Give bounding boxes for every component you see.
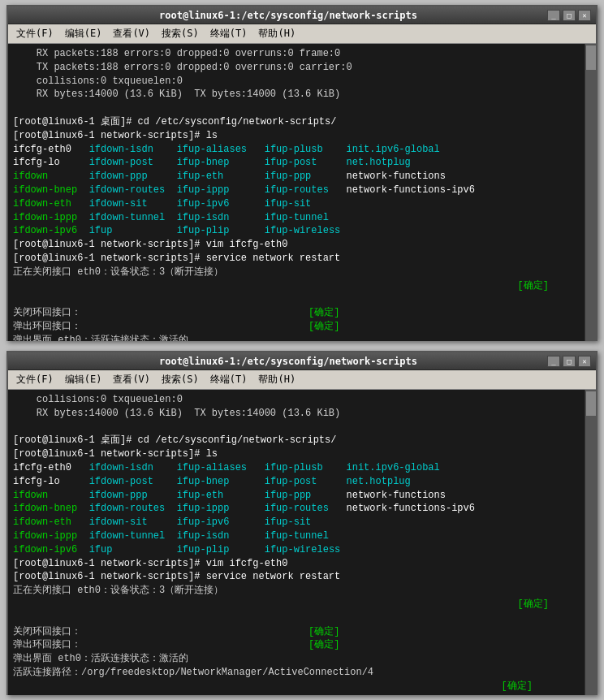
menu-view-1[interactable]: 查看(V) — [108, 26, 155, 41]
terminal-line: 弹出界面 eth0：活跃连接状态：激活的 — [13, 652, 581, 666]
terminal-line: collisions:0 txqueuelen:0 — [13, 75, 581, 89]
terminal-line: 弹出环回接口：[确定] — [13, 320, 581, 334]
menu-help-2[interactable]: 帮助(H) — [253, 372, 300, 387]
minimize-btn-2[interactable]: _ — [547, 356, 560, 367]
terminal-body-2[interactable]: collisions:0 txqueuelen:0 RX bytes:14000… — [8, 390, 596, 695]
terminal-line: ifdown-bnep ifdown-routes ifup-ippp ifup… — [13, 184, 581, 197]
menu-edit-2[interactable]: 编辑(E) — [60, 372, 107, 387]
terminal-line: ifdown-ipv6 ifup ifup-plip ifup-wireless — [13, 543, 581, 557]
terminal-window-2[interactable]: root@linux6-1:/etc/sysconfig/network-scr… — [6, 351, 598, 695]
close-btn-2[interactable]: ✕ — [578, 356, 591, 367]
terminal-line: ifdown-ippp ifdown-tunnel ifup-isdn ifup… — [13, 211, 581, 225]
maximize-btn-2[interactable]: □ — [563, 356, 576, 367]
title-text-1: root@linux6-1:/etc/sysconfig/network-scr… — [29, 10, 547, 21]
scrollbar-thumb-1[interactable] — [586, 45, 596, 70]
menu-search-2[interactable]: 搜索(S) — [157, 372, 204, 387]
title-text-2: root@linux6-1:/etc/sysconfig/network-scr… — [29, 356, 547, 367]
terminal-line: 弹出界面 eth0：活跃连接状态：激活的 — [13, 334, 581, 341]
terminal-line: [root@linux6-1 network-scripts]# vim ifc… — [13, 238, 581, 252]
minimize-btn-1[interactable]: _ — [547, 10, 560, 21]
menu-bar-2: 文件(F) 编辑(E) 查看(V) 搜索(S) 终端(T) 帮助(H) — [8, 370, 596, 390]
terminal-line: [root@linux6-1 network-scripts]# ls — [13, 447, 581, 461]
terminal-line: [确定] — [13, 680, 581, 694]
window-controls-2[interactable]: _ □ ✕ — [547, 356, 591, 367]
terminal-line: ifcfg-eth0 ifdown-isdn ifup-aliases ifup… — [13, 143, 581, 157]
menu-help-1[interactable]: 帮助(H) — [253, 26, 300, 41]
menu-search-1[interactable]: 搜索(S) — [157, 26, 204, 41]
terminal-line: 活跃连接路径：/org/freedesktop/NetworkManager/A… — [13, 666, 581, 680]
terminal-line: [root@linux6-1 network-scripts]# service… — [13, 570, 581, 584]
title-bar-2: root@linux6-1:/etc/sysconfig/network-scr… — [8, 352, 596, 370]
terminal-line: 正在关闭接口 eth0：设备状态：3（断开连接） — [13, 584, 581, 598]
terminal-line: ifcfg-lo ifdown-post ifup-bnep ifup-post… — [13, 475, 581, 489]
terminal-line: 关闭环回接口：[确定] — [13, 306, 581, 320]
menu-edit-1[interactable]: 编辑(E) — [60, 26, 107, 41]
terminal-line: [确定] — [13, 279, 581, 293]
terminal-line: ifdown-eth ifdown-sit ifup-ipv6 ifup-sit — [13, 516, 581, 529]
terminal-line: collisions:0 txqueuelen:0 — [13, 393, 581, 407]
terminal-line: [root@linux6-1 桌面]# cd /etc/sysconfig/ne… — [13, 115, 581, 129]
scrollbar-1[interactable] — [585, 44, 596, 341]
menu-file-1[interactable]: 文件(F) — [11, 26, 58, 41]
terminal-line: RX bytes:14000 (13.6 KiB) TX bytes:14000… — [13, 407, 581, 421]
terminal-line: ifdown ifdown-ppp ifup-eth ifup-ppp netw… — [13, 489, 581, 503]
title-bar-1: root@linux6-1:/etc/sysconfig/network-scr… — [8, 6, 596, 24]
terminal-line: [确定] — [13, 598, 581, 611]
terminal-line: [root@linux6-1 network-scripts]# vim ifc… — [13, 557, 581, 571]
scrollbar-2[interactable] — [585, 390, 596, 695]
terminal-line: ifcfg-eth0 ifdown-isdn ifup-aliases ifup… — [13, 461, 581, 475]
terminal-body-1[interactable]: RX packets:188 errors:0 dropped:0 overru… — [8, 44, 596, 341]
terminal-line: 正在关闭接口 eth0：设备状态：3（断开连接） — [13, 266, 581, 279]
scrollbar-thumb-2[interactable] — [586, 391, 596, 416]
terminal-line: 关闭环回接口：[确定] — [13, 625, 581, 639]
close-btn-1[interactable]: ✕ — [578, 10, 591, 21]
terminal-line: ifdown-bnep ifdown-routes ifup-ippp ifup… — [13, 502, 581, 516]
terminal-line: [root@linux6-1 桌面]# cd /etc/sysconfig/ne… — [13, 434, 581, 447]
maximize-btn-1[interactable]: □ — [563, 10, 576, 21]
menu-file-2[interactable]: 文件(F) — [11, 372, 58, 387]
menu-view-2[interactable]: 查看(V) — [108, 372, 155, 387]
terminal-line: ifdown-ippp ifdown-tunnel ifup-isdn ifup… — [13, 529, 581, 543]
terminal-line: TX packets:188 errors:0 dropped:0 overru… — [13, 61, 581, 75]
terminal-line: [root@linux6-1 network-scripts]# service… — [13, 252, 581, 266]
terminal-line: RX packets:188 errors:0 dropped:0 overru… — [13, 47, 581, 61]
terminal-line: ifcfg-lo ifdown-post ifup-bnep ifup-post… — [13, 156, 581, 170]
window-controls-1[interactable]: _ □ ✕ — [547, 10, 591, 21]
terminal-line: ifdown-eth ifdown-sit ifup-ipv6 ifup-sit — [13, 197, 581, 211]
terminal-window-1[interactable]: root@linux6-1:/etc/sysconfig/network-scr… — [6, 5, 598, 341]
menu-bar-1: 文件(F) 编辑(E) 查看(V) 搜索(S) 终端(T) 帮助(H) — [8, 24, 596, 44]
terminal-line: 弹出环回接口：[确定] — [13, 638, 581, 652]
menu-terminal-2[interactable]: 终端(T) — [205, 372, 252, 387]
terminal-line: ifdown-ipv6 ifup ifup-plip ifup-wireless — [13, 224, 581, 238]
terminal-line: RX bytes:14000 (13.6 KiB) TX bytes:14000… — [13, 88, 581, 102]
menu-terminal-1[interactable]: 终端(T) — [205, 26, 252, 41]
terminal-line: ifdown ifdown-ppp ifup-eth ifup-ppp netw… — [13, 170, 581, 184]
terminal-line: [root@linux6-1 network-scripts]# ls — [13, 129, 581, 143]
